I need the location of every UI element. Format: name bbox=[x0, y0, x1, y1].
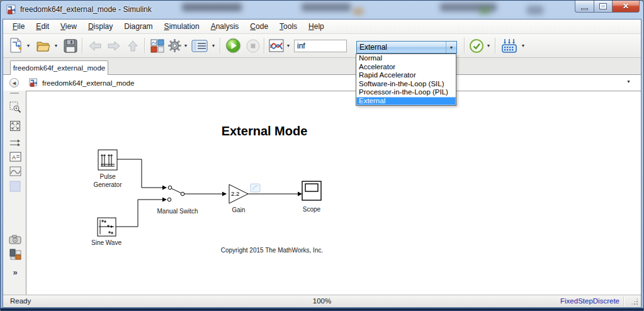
scope-block[interactable] bbox=[302, 181, 321, 200]
svg-text:A: A bbox=[12, 154, 16, 161]
deploy-dropdown[interactable]: ▼ bbox=[520, 37, 526, 54]
mode-option-pil[interactable]: Processor-in-the-Loop (PIL) bbox=[356, 88, 456, 97]
menu-analysis[interactable]: Analysis bbox=[205, 21, 245, 32]
library-browser-button[interactable] bbox=[149, 37, 166, 54]
mode-option-sil[interactable]: Software-in-the-Loop (SIL) bbox=[356, 80, 456, 89]
palette-handle[interactable] bbox=[10, 93, 19, 94]
model-configuration-button[interactable] bbox=[190, 37, 209, 54]
menu-code[interactable]: Code bbox=[244, 21, 274, 32]
fit-to-view-icon bbox=[9, 120, 21, 132]
back-button[interactable] bbox=[87, 37, 103, 54]
menu-file[interactable]: File bbox=[7, 21, 30, 32]
gear-icon bbox=[167, 38, 182, 53]
tab-model[interactable]: freedomk64f_external_mode bbox=[10, 60, 108, 75]
solver-name[interactable]: FixedStepDiscrete bbox=[560, 297, 619, 305]
new-model-button[interactable] bbox=[7, 37, 25, 54]
menu-simulation[interactable]: Simulation bbox=[159, 21, 205, 32]
settings-button[interactable] bbox=[166, 37, 183, 54]
mode-option-external[interactable]: External bbox=[356, 97, 456, 106]
background-window-blur bbox=[302, 3, 351, 11]
palette-sidebar: A bbox=[3, 91, 26, 295]
gain-badge bbox=[251, 184, 260, 192]
model-canvas[interactable]: External Mode Pulse Generator Sine Wave … bbox=[26, 91, 641, 295]
mode-option-normal[interactable]: Normal bbox=[356, 54, 456, 63]
image-annotation-button[interactable] bbox=[8, 164, 23, 179]
window-title: freedomk64f_external_mode - Simulink bbox=[20, 5, 152, 14]
settings-dropdown[interactable]: ▼ bbox=[183, 37, 189, 54]
simulation-display-button[interactable] bbox=[268, 37, 285, 54]
toolbar: ▼ ▼ bbox=[3, 34, 641, 58]
palette-expand-button[interactable]: » bbox=[8, 264, 23, 280]
annotation-button[interactable]: A bbox=[8, 149, 23, 164]
toolbar-separator bbox=[264, 38, 264, 54]
zoom-region-button[interactable] bbox=[8, 99, 23, 115]
area-annotation-button[interactable] bbox=[8, 179, 23, 194]
zoom-region-icon bbox=[9, 101, 21, 113]
mode-option-accelerator[interactable]: Accelerator bbox=[356, 63, 456, 72]
simulation-mode-combobox[interactable]: External ▼ bbox=[356, 41, 457, 54]
simulink-app-icon bbox=[6, 4, 17, 15]
close-button[interactable]: ✕ bbox=[613, 1, 640, 13]
gain-value: 2.2 bbox=[231, 190, 239, 197]
run-button[interactable] bbox=[224, 37, 242, 54]
new-model-dropdown[interactable]: ▼ bbox=[25, 37, 31, 54]
simulation-mode-dropdown-list: Normal Accelerator Rapid Accelerator Sof… bbox=[356, 54, 456, 106]
chevron-down-icon: ▼ bbox=[212, 43, 216, 48]
maximize-button[interactable] bbox=[594, 1, 613, 13]
menu-diagram[interactable]: Diagram bbox=[118, 21, 158, 32]
forward-button[interactable] bbox=[106, 37, 122, 54]
scope-label: Scope bbox=[293, 206, 330, 213]
breadcrumb-back-button[interactable]: ◄ bbox=[9, 78, 19, 88]
signal-wires[interactable] bbox=[116, 159, 299, 227]
editor-content: A bbox=[3, 91, 641, 295]
menu-view[interactable]: View bbox=[55, 21, 82, 32]
deploy-to-hardware-button[interactable] bbox=[500, 37, 519, 54]
diagram-title: External Mode bbox=[185, 124, 344, 139]
resize-grip[interactable] bbox=[636, 303, 638, 305]
open-button[interactable] bbox=[35, 37, 52, 54]
manual-switch-label: Manual Switch bbox=[149, 208, 206, 215]
toolbar-separator bbox=[82, 38, 82, 54]
back-icon: ◄ bbox=[11, 80, 17, 86]
window-controls: ✕ bbox=[575, 1, 640, 13]
minimize-button[interactable] bbox=[575, 1, 594, 13]
screenshot-button[interactable] bbox=[8, 232, 23, 247]
pulse-generator-label: Pulse bbox=[89, 173, 127, 180]
copyright-annotation: Copyright 2015 The MathWorks, Inc. bbox=[189, 247, 355, 254]
sine-wave-block[interactable] bbox=[98, 218, 116, 236]
stop-button[interactable] bbox=[245, 37, 261, 54]
menu-edit[interactable]: Edit bbox=[30, 21, 55, 32]
mode-option-rapid-accelerator[interactable]: Rapid Accelerator bbox=[356, 71, 456, 80]
up-button[interactable] bbox=[125, 37, 141, 54]
toolbar-separator bbox=[495, 38, 495, 54]
breadcrumb-dropdown[interactable]: ▼ bbox=[626, 79, 631, 84]
refresh-check-button[interactable] bbox=[468, 37, 485, 54]
simulation-stop-time-input[interactable] bbox=[294, 40, 347, 52]
toolbar-separator bbox=[220, 38, 220, 54]
expand-chevrons-icon: » bbox=[13, 268, 17, 277]
zoom-level: 100% bbox=[3, 297, 641, 305]
menu-tools[interactable]: Tools bbox=[274, 21, 303, 32]
model-configuration-icon bbox=[191, 40, 208, 52]
route-arrows-icon bbox=[9, 139, 21, 147]
viewmarks-button[interactable] bbox=[8, 247, 23, 262]
toolbar-separator bbox=[144, 38, 145, 54]
title-bar[interactable]: freedomk64f_external_mode - Simulink ✕ bbox=[1, 1, 643, 19]
save-button[interactable] bbox=[62, 37, 79, 54]
maximize-icon bbox=[600, 4, 606, 9]
minimize-icon bbox=[581, 8, 588, 10]
open-dropdown[interactable]: ▼ bbox=[53, 37, 59, 54]
fit-to-view-button[interactable] bbox=[8, 118, 23, 133]
back-arrow-icon bbox=[88, 40, 102, 52]
menu-display[interactable]: Display bbox=[82, 21, 118, 32]
model-configuration-dropdown[interactable]: ▼ bbox=[210, 37, 217, 54]
route-signals-button[interactable] bbox=[8, 135, 23, 150]
menu-help[interactable]: Help bbox=[303, 21, 330, 32]
simulation-display-dropdown[interactable]: ▼ bbox=[285, 37, 291, 54]
pulse-generator-block[interactable] bbox=[98, 150, 117, 170]
refresh-check-dropdown[interactable]: ▼ bbox=[485, 37, 492, 54]
area-box-icon bbox=[9, 181, 21, 192]
background-window-blur bbox=[479, 7, 490, 14]
combobox-arrow-button[interactable]: ▼ bbox=[446, 42, 456, 53]
manual-switch-block[interactable] bbox=[167, 186, 184, 201]
